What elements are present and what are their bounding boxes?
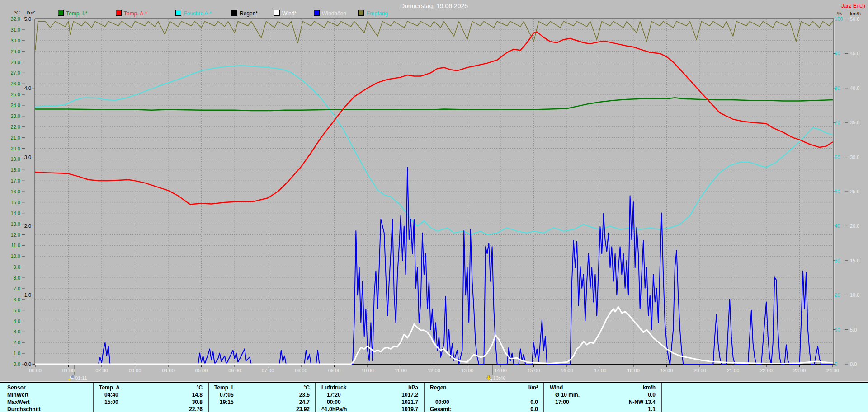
legend-item-empfang[interactable]: Empfang	[358, 10, 388, 17]
table-column-divider	[424, 383, 425, 412]
axis-tick-label: 50	[835, 189, 848, 195]
x-axis-hour-label: 03:00	[123, 368, 147, 374]
legend-item-regen-[interactable]: Regen*	[231, 10, 258, 17]
x-axis-hour-label: 18:00	[622, 368, 645, 374]
axis-tick-label: 90	[835, 51, 848, 56]
axis-tick-label: 3.0	[0, 329, 20, 335]
x-axis-hour-label: 01:00	[57, 368, 80, 374]
axis-tick-label: 23.0	[0, 113, 20, 119]
table-column-divider	[661, 383, 662, 412]
axis-tick-label: 17.0	[0, 178, 20, 184]
x-axis-hour-label: 07:00	[256, 368, 280, 374]
moon-arrow-icon	[486, 375, 492, 381]
x-axis-hour-label: 24:00	[821, 368, 844, 374]
table-cell: N-NW 13.4	[550, 398, 656, 406]
table-cell: 14.8	[99, 391, 203, 398]
table-column-divider	[315, 383, 316, 412]
axis-tick-label: 29.0	[0, 49, 20, 55]
x-axis-hour-label: 08:00	[289, 368, 313, 374]
axis-tick-label: 25.0	[0, 92, 20, 98]
legend-item-temp-i-[interactable]: Temp. I.*	[58, 10, 87, 17]
x-axis-hour-label: 02:00	[90, 368, 113, 374]
table-cell: °C	[214, 384, 310, 391]
legend-item-label: Wind*	[282, 10, 297, 17]
table-cell: °C	[99, 384, 203, 391]
legend-item-windb-en[interactable]: Windböen	[314, 10, 346, 17]
x-axis-hour-label: 00:00	[24, 368, 47, 374]
axis-tick-label: 28.0	[0, 60, 20, 66]
axis-tick-label: 18.0	[0, 167, 20, 173]
axis-tick-label: 14.0	[0, 211, 20, 216]
table-column-divider	[208, 383, 209, 412]
author-name: Jarz Erich	[841, 3, 865, 9]
table-cell: 1.1	[550, 406, 656, 412]
legend-color-box	[116, 10, 122, 16]
axis-tick-label: 25.0	[850, 189, 867, 195]
axis-tick-label: 5.0	[0, 308, 20, 314]
axis-tick-label: 2.0	[0, 340, 20, 346]
series-temp-i-	[35, 98, 833, 111]
table-cell: 0.0	[550, 391, 656, 398]
axis-tick-label: 10	[835, 327, 848, 333]
x-axis-hour-label: 13:00	[456, 368, 479, 374]
legend-color-box	[58, 10, 64, 16]
axis-tick-label: 10.0	[850, 292, 867, 298]
x-axis-hour-label: 09:00	[323, 368, 346, 374]
axis-tick-label: 100	[835, 16, 848, 22]
axis-tick-label: 20	[835, 292, 848, 298]
axis-tick-label: 16.0	[0, 189, 20, 195]
axis-tick-label: 4.0	[0, 318, 20, 324]
x-axis-hour-label: 17:00	[589, 368, 612, 374]
legend-item-feuchte-a-[interactable]: Feuchte A.*	[175, 10, 212, 17]
table-cell: 23.5	[214, 391, 310, 398]
weather-station-window: °C l/m² % km/h Temp. I.*Temp. A.*Feuchte…	[0, 0, 868, 412]
axis-tick-label: 0.0	[11, 361, 31, 367]
axis-tick-label: 0.0	[850, 361, 867, 367]
axis-tick-label: 8.0	[0, 275, 20, 281]
table-cell: 1019.7	[321, 406, 418, 412]
summary-table: SensorMinWertMaxWertDurchschnittTemp. A.…	[0, 382, 868, 412]
axis-tick-label: 2.0	[11, 223, 31, 229]
axis-tick-label: 60	[835, 154, 848, 160]
table-cell: Durchschnitt	[7, 406, 41, 412]
axis-tick-label: 21.0	[0, 135, 20, 141]
axis-tick-label: 3.0	[11, 154, 31, 160]
legend-item-wind-[interactable]: Wind*	[274, 10, 297, 17]
axis-tick-label: 12.0	[0, 232, 20, 238]
x-axis-hour-label: 20:00	[688, 368, 712, 374]
axis-tick-label: 31.0	[0, 27, 20, 33]
table-cell: 24.7	[214, 398, 310, 406]
axis-tick-label: 4.0	[11, 85, 31, 91]
axis-tick-label: 1.0	[11, 292, 31, 298]
x-axis-hour-label: 14:00	[489, 368, 512, 374]
page-title: Donnerstag, 19.06.2025	[344, 2, 524, 9]
axis-tick-label: 45.0	[850, 51, 867, 56]
x-axis-hour-label: 15:00	[522, 368, 546, 374]
axis-tick-label: 7.0	[0, 286, 20, 292]
axis-tick-label: 22.0	[0, 124, 20, 130]
axis-tick-label: 70	[835, 120, 848, 126]
table-cell: 22.76	[99, 406, 203, 412]
legend-item-temp-a-[interactable]: Temp. A.*	[116, 10, 147, 17]
x-axis-hour-label: 16:00	[555, 368, 579, 374]
legend-item-label: Feuchte A.*	[184, 10, 212, 17]
axis-tick-label: 1.0	[0, 351, 20, 356]
legend-color-box	[274, 10, 280, 16]
wind-axis-header: km/h	[850, 11, 861, 16]
rain-axis-header: l/m²	[14, 10, 35, 15]
axis-tick-label: 10.0	[0, 253, 20, 259]
axis-tick-label: 40.0	[850, 85, 867, 91]
legend-color-box	[314, 10, 320, 16]
axis-tick-label: 15.0	[0, 200, 20, 206]
x-axis-hour-label: 22:00	[755, 368, 778, 374]
axis-tick-label: 80	[835, 85, 848, 91]
axis-tick-label: 15.0	[850, 258, 867, 264]
series-empfang	[35, 21, 833, 50]
legend-item-label: Temp. I.*	[66, 10, 87, 17]
legend-color-box	[175, 10, 181, 16]
axis-tick-label: 24.0	[0, 103, 20, 108]
axis-tick-label: 50.0	[850, 16, 867, 22]
table-cell: MaxWert	[7, 398, 30, 406]
table-cell: km/h	[550, 384, 656, 391]
x-axis-hour-label: 12:00	[422, 368, 446, 374]
